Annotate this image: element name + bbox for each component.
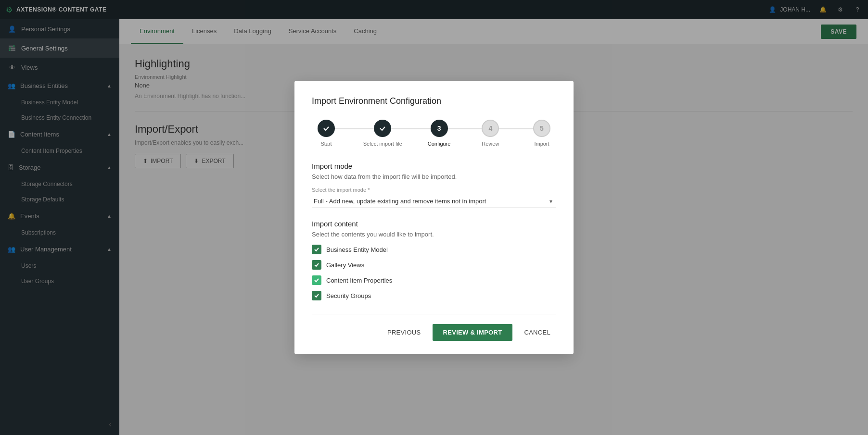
step-start: Start <box>312 120 341 147</box>
step-import-circle: 5 <box>533 120 550 137</box>
step-configure-label: Configure <box>428 141 451 147</box>
step-configure: 3 Configure <box>425 120 454 147</box>
import-mode-select[interactable]: Full - Add new, update existing and remo… <box>312 195 556 208</box>
step-start-circle <box>318 120 335 137</box>
checkbox-label-business-entity-model: Business Entity Model <box>326 246 388 253</box>
step-import: 5 Import <box>527 120 556 147</box>
stepper: Start Select import file 3 Configure 4 R… <box>312 120 556 147</box>
modal-overlay: Import Environment Configuration Start S… <box>0 0 868 435</box>
checkbox-content-item-properties[interactable] <box>312 275 321 285</box>
import-content-section: Import content Select the contents you w… <box>312 220 556 300</box>
import-content-title: Import content <box>312 220 556 228</box>
checkbox-label-gallery-views: Gallery Views <box>326 261 364 269</box>
import-modal: Import Environment Configuration Start S… <box>294 81 574 354</box>
modal-title: Import Environment Configuration <box>312 96 556 106</box>
step-start-label: Start <box>320 141 332 147</box>
review-import-button[interactable]: REVIEW & IMPORT <box>433 324 513 341</box>
import-content-desc: Select the contents you would like to im… <box>312 231 556 238</box>
step-review: 4 Review <box>476 120 505 147</box>
step-review-label: Review <box>482 141 499 147</box>
checkbox-label-content-item-properties: Content Item Properties <box>326 277 392 284</box>
checkbox-label-security-groups: Security Groups <box>326 292 371 299</box>
import-mode-field-label: Select the import mode * <box>312 187 556 193</box>
checkbox-row-content-item-properties: Content Item Properties <box>312 275 556 285</box>
import-mode-title: Import mode <box>312 162 556 170</box>
import-mode-section: Import mode Select how data from the imp… <box>312 162 556 208</box>
step-select-file-circle <box>374 120 391 137</box>
checkbox-row-business-entity-model: Business Entity Model <box>312 245 556 254</box>
checkbox-security-groups[interactable] <box>312 291 321 300</box>
checkbox-gallery-views[interactable] <box>312 260 321 270</box>
checkbox-row-gallery-views: Gallery Views <box>312 260 556 270</box>
step-review-circle: 4 <box>482 120 499 137</box>
modal-footer: PREVIOUS REVIEW & IMPORT CANCEL <box>312 314 556 341</box>
import-mode-select-wrapper: Full - Add new, update existing and remo… <box>312 195 556 208</box>
import-mode-desc: Select how data from the import file wil… <box>312 173 556 180</box>
step-import-label: Import <box>534 141 549 147</box>
step-select-file: Select import file <box>363 120 402 147</box>
checkbox-business-entity-model[interactable] <box>312 245 321 254</box>
previous-button[interactable]: PREVIOUS <box>382 325 427 340</box>
step-configure-circle: 3 <box>431 120 448 137</box>
checkbox-row-security-groups: Security Groups <box>312 291 556 300</box>
step-select-file-label: Select import file <box>363 141 402 147</box>
cancel-button[interactable]: CANCEL <box>518 325 556 340</box>
